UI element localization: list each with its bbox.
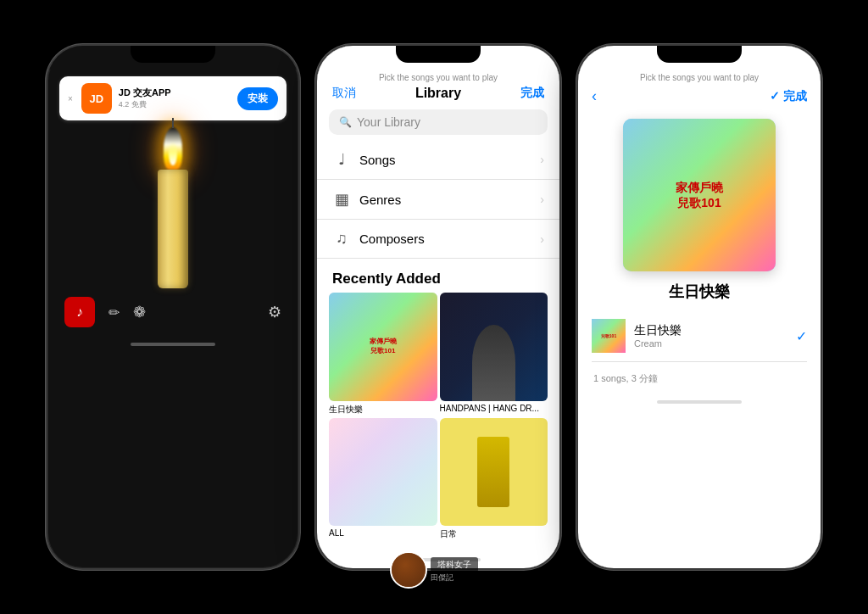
- genres-arrow: ›: [540, 193, 544, 206]
- track-thumb-0: 兒歌101: [592, 319, 626, 353]
- album-title-1: HANDPANS | HANG DR...: [440, 404, 548, 413]
- phone2-notch: [396, 46, 481, 63]
- phone3-done-button[interactable]: ✓ 完成: [770, 89, 807, 104]
- large-album-cover: 家傳戶曉兒歌101: [623, 119, 776, 271]
- done-button[interactable]: 完成: [520, 86, 544, 101]
- watermark-sub: 田傑記: [431, 572, 478, 583]
- album-dark-art: [440, 293, 548, 401]
- library-item-genres[interactable]: ▦ Genres ›: [317, 180, 559, 220]
- ad-rating: 4.2 免費: [119, 99, 231, 110]
- album-item-3[interactable]: 日常: [440, 418, 548, 541]
- genres-label: Genres: [359, 193, 531, 207]
- album-cover-1: [440, 293, 548, 401]
- album-item-2[interactable]: ALL: [329, 418, 437, 541]
- phone2-screen: Pick the songs you want to play 取消 Libra…: [317, 70, 559, 568]
- yellow-figure: [477, 437, 509, 507]
- phone1-notch: [131, 46, 215, 63]
- phone1-notch-area: [47, 46, 298, 70]
- songs-icon: ♩: [332, 150, 351, 169]
- back-button[interactable]: ‹: [592, 87, 597, 105]
- phone1-screen: × JD JD 交友APP 4.2 免費 安裝 ♪ ✏ ❁ ⚙: [47, 76, 298, 346]
- album-item-0[interactable]: 家傳戶曉兒歌101 生日快樂: [329, 293, 437, 416]
- phone3-home-bar: [657, 400, 742, 404]
- kids-album-art: 家傳戶曉兒歌101: [329, 293, 437, 401]
- library-item-composers[interactable]: ♫ Composers ›: [317, 220, 559, 259]
- phone1-home-bar: [131, 343, 215, 346]
- dots-icon[interactable]: ❁: [133, 303, 146, 321]
- phone3-header-hint: Pick the songs you want to play: [578, 70, 821, 84]
- candle-body: [158, 170, 188, 288]
- search-bar[interactable]: 🔍 Your Library: [329, 109, 548, 135]
- candle-flame: [164, 127, 182, 170]
- composers-arrow: ›: [540, 232, 544, 246]
- watermark-avatar: [390, 551, 427, 589]
- album-header-large: 家傳戶曉兒歌101 生日快樂: [578, 110, 821, 310]
- nav-title: Library: [415, 86, 461, 101]
- phone-1: × JD JD 交友APP 4.2 免費 安裝 ♪ ✏ ❁ ⚙: [46, 44, 300, 570]
- ad-install-button[interactable]: 安裝: [237, 87, 278, 110]
- album-cover-3: [440, 418, 548, 527]
- candle: [158, 127, 188, 288]
- track-checkmark-0: ✓: [796, 328, 807, 344]
- library-item-songs[interactable]: ♩ Songs ›: [317, 140, 559, 180]
- recently-added-header: Recently Added: [317, 259, 559, 293]
- phone3-screen: Pick the songs you want to play ‹ ✓ 完成 家…: [578, 70, 821, 568]
- candle-wick: [172, 118, 174, 128]
- kids-title: 家傳戶曉兒歌101: [368, 336, 398, 357]
- track-name-0: 生日快樂: [634, 323, 787, 338]
- watermark: 塔科女子 田傑記: [390, 551, 478, 589]
- gear-icon[interactable]: ⚙: [268, 303, 281, 321]
- phone-2: Pick the songs you want to play 取消 Libra…: [315, 44, 561, 570]
- phone3-notch: [657, 46, 742, 63]
- phone2-header-hint: Pick the songs you want to play: [317, 70, 559, 84]
- watermark-brand: 塔科女子: [431, 557, 478, 572]
- candle-area: [47, 127, 298, 288]
- ad-banner[interactable]: × JD JD 交友APP 4.2 免費 安裝: [59, 76, 287, 120]
- track-item-0[interactable]: 兒歌101 生日快樂 Cream ✓: [592, 310, 807, 362]
- cancel-button[interactable]: 取消: [332, 86, 356, 101]
- album-title-3: 日常: [440, 528, 548, 540]
- album-title-0: 生日快樂: [329, 404, 437, 416]
- album-yellow-art: [440, 418, 548, 527]
- album-grid: 家傳戶曉兒歌101 生日快樂 HANDPANS | HANG DR...: [317, 293, 559, 540]
- ad-close-icon[interactable]: ×: [68, 94, 73, 103]
- phone1-toolbar: ♪ ✏ ❁ ⚙: [47, 288, 298, 343]
- ad-app-icon: JD: [81, 83, 112, 114]
- phone3-notch-area: [578, 46, 821, 70]
- composers-icon: ♫: [332, 230, 351, 248]
- dark-figure: [472, 325, 515, 400]
- large-kids-art: 家傳戶曉兒歌101: [623, 119, 776, 271]
- track-list: 兒歌101 生日快樂 Cream ✓: [578, 310, 821, 362]
- track-artist-0: Cream: [634, 338, 787, 349]
- album-title-2: ALL: [329, 528, 437, 538]
- search-icon: 🔍: [339, 116, 352, 128]
- track-art-text: 兒歌101: [599, 332, 618, 341]
- songs-arrow: ›: [540, 153, 544, 166]
- large-album-title: 生日快樂: [669, 282, 730, 302]
- ad-text-area: JD 交友APP 4.2 免費: [119, 87, 231, 110]
- watermark-text-area: 塔科女子 田傑記: [431, 557, 478, 583]
- phone2-notch-area: [317, 46, 559, 70]
- album-cover-2: [329, 418, 437, 527]
- track-count: 1 songs, 3 分鐘: [578, 362, 821, 395]
- phone2-nav: 取消 Library 完成: [317, 84, 559, 106]
- track-art: 兒歌101: [592, 319, 626, 353]
- phone-3: Pick the songs you want to play ‹ ✓ 完成 家…: [576, 44, 822, 570]
- genres-icon: ▦: [332, 190, 351, 209]
- pencil-icon[interactable]: ✏: [108, 304, 120, 321]
- ad-title: JD 交友APP: [119, 87, 231, 99]
- album-cover-0: 家傳戶曉兒歌101: [329, 293, 437, 401]
- search-placeholder: Your Library: [357, 115, 420, 129]
- songs-label: Songs: [359, 153, 531, 167]
- music-app-icon[interactable]: ♪: [64, 297, 95, 327]
- album-item-1[interactable]: HANDPANS | HANG DR...: [440, 293, 548, 416]
- library-list: ♩ Songs › ▦ Genres › ♫ Composers › Recen…: [317, 140, 559, 553]
- music-note-icon: ♪: [76, 304, 83, 320]
- track-info-0: 生日快樂 Cream: [634, 323, 787, 349]
- album-pastel-art: [329, 418, 437, 527]
- composers-label: Composers: [359, 232, 531, 246]
- large-kids-title: 家傳戶曉兒歌101: [674, 178, 725, 212]
- phone3-nav: ‹ ✓ 完成: [578, 84, 821, 110]
